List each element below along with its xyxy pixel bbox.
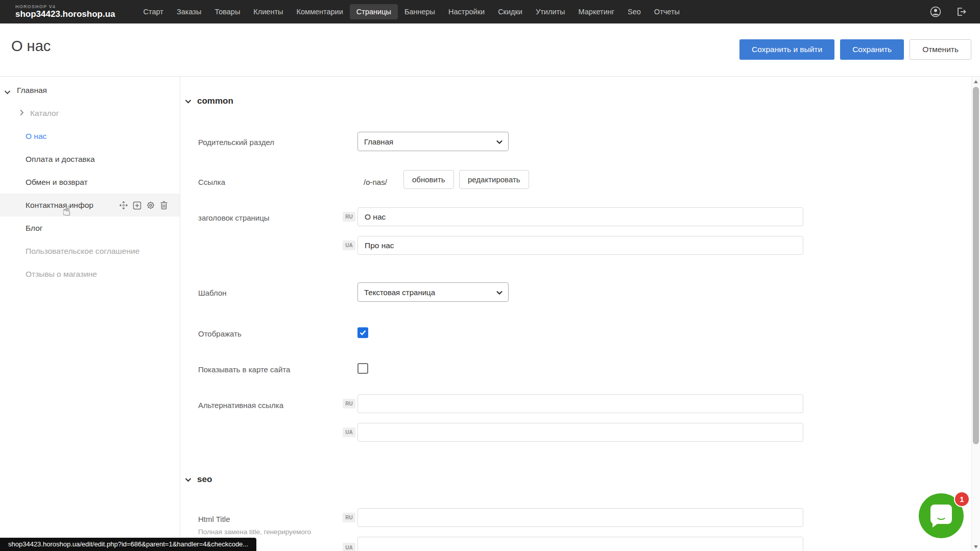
lang-badge-ua: UA [343, 241, 355, 250]
chat-icon [930, 505, 952, 524]
sidebar-item-otzyvy[interactable]: Отзывы о магазине [0, 262, 180, 285]
sidebar-item-label: Контактная инфор [26, 201, 93, 210]
nav-item-pages[interactable]: Страницы [350, 4, 398, 19]
nav-item-seo[interactable]: Seo [621, 4, 648, 19]
parent-section-select[interactable]: Главная [357, 132, 509, 151]
chevron-right-icon[interactable] [19, 109, 24, 118]
sidebar-row-actions [119, 201, 168, 210]
chevron-down-icon [185, 477, 192, 482]
check-icon [360, 330, 366, 336]
lang-badge-ru: RU [343, 513, 355, 522]
parent-section-label: Родительский раздел [198, 138, 274, 147]
sidebar-item-label: Каталог [30, 109, 59, 118]
page-header: О нас Сохранить и выйти Сохранить Отмени… [0, 23, 980, 77]
chevron-down-icon [185, 99, 192, 104]
section-heading: common [197, 96, 233, 106]
settings-icon[interactable] [146, 201, 155, 210]
brand-logo[interactable]: HOROSHOP V4 shop34423.horoshop.ua [15, 5, 115, 19]
html-title-hint: Полная замена title, генерируемого [198, 528, 311, 536]
html-title-ru-input[interactable] [357, 508, 803, 527]
admin-screen: HOROSHOP V4 shop34423.horoshop.ua Старт … [0, 0, 980, 551]
move-icon[interactable] [119, 201, 128, 210]
sitemap-checkbox[interactable] [357, 363, 368, 374]
chat-unread-badge: 1 [954, 491, 970, 507]
scrollbar-thumb[interactable] [973, 87, 979, 444]
nav-item-comments[interactable]: Комментарии [290, 4, 349, 19]
lang-badge-ua: UA [343, 543, 355, 551]
top-nav: HOROSHOP V4 shop34423.horoshop.ua Старт … [0, 0, 980, 23]
logout-icon[interactable] [955, 6, 967, 17]
header-actions: Сохранить и выйти Сохранить Отменить [739, 39, 971, 60]
display-checkbox[interactable] [357, 327, 368, 338]
sidebar-item-soglashenie[interactable]: Пользовательское соглашение [0, 239, 180, 262]
nav-item-orders[interactable]: Заказы [170, 4, 208, 19]
lang-badge-ru: RU [343, 212, 355, 222]
parent-section-value: Главная [364, 137, 393, 146]
chevron-down-icon [496, 140, 503, 144]
section-seo[interactable]: seo [185, 474, 212, 485]
link-edit-button[interactable]: редактировать [459, 170, 529, 189]
sidebar-item-label: Обмен и возврат [26, 178, 88, 187]
chevron-down-icon [496, 291, 503, 295]
sidebar-item-obmen[interactable]: Обмен и возврат [0, 171, 180, 194]
nav-item-settings[interactable]: Настройки [442, 4, 491, 19]
display-label: Отображать [198, 329, 242, 338]
save-and-exit-button[interactable]: Сохранить и выйти [739, 39, 834, 60]
link-label: Ссылка [198, 178, 225, 186]
pages-tree-sidebar: Главная Каталог О нас Оплата и доставка … [0, 77, 180, 551]
sidebar-item-kontaktnaya[interactable]: Контактная инфор ☝ [0, 194, 180, 217]
section-common[interactable]: common [185, 96, 233, 106]
chevron-down-icon[interactable] [4, 87, 11, 97]
alt-link-ru-input[interactable] [357, 394, 803, 413]
scroll-up-arrow-icon[interactable] [974, 80, 978, 83]
nav-item-products[interactable]: Товары [208, 4, 247, 19]
cancel-button[interactable]: Отменить [910, 39, 971, 60]
sidebar-item-katalog[interactable]: Каталог [0, 102, 180, 125]
delete-icon[interactable] [160, 201, 168, 210]
link-refresh-button[interactable]: обновить [403, 170, 454, 189]
save-button[interactable]: Сохранить [840, 39, 904, 60]
sidebar-item-label: О нас [26, 132, 46, 141]
add-icon[interactable] [133, 201, 141, 210]
sidebar-item-label: Главная [17, 86, 47, 95]
page-title: О нас [11, 38, 51, 55]
lang-badge-ru: RU [343, 399, 355, 409]
html-title-ua-input[interactable] [357, 537, 803, 551]
template-select[interactable]: Текстовая страница [357, 282, 509, 302]
vertical-scrollbar[interactable] [971, 77, 980, 551]
chat-smile-icon [936, 515, 947, 520]
sidebar-item-glavnaya[interactable]: Главная [0, 79, 180, 102]
chat-widget-button[interactable]: 1 [919, 493, 964, 538]
nav-item-utilities[interactable]: Утилиты [529, 4, 572, 19]
sitemap-label: Показывать в карте сайта [198, 365, 290, 374]
link-path: /o-nas/ [364, 178, 387, 186]
html-title-label: Html Title [198, 515, 230, 523]
user-icon[interactable] [930, 6, 941, 17]
lang-badge-ua: UA [343, 427, 355, 437]
nav-item-clients[interactable]: Клиенты [247, 4, 290, 19]
alt-link-ua-input[interactable] [357, 423, 803, 442]
sidebar-item-label: Отзывы о магазине [26, 270, 97, 279]
browser-status-bar: shop34423.horoshop.ua/edit/edit.php?id=6… [0, 538, 256, 551]
sidebar-item-blog[interactable]: Блог [0, 217, 180, 239]
sidebar-item-oplata[interactable]: Оплата и доставка [0, 148, 180, 171]
nav-right-icons [930, 6, 967, 17]
nav-item-discounts[interactable]: Скидки [491, 4, 529, 19]
template-label: Шаблон [198, 289, 227, 297]
section-heading: seo [197, 474, 212, 485]
nav-item-banners[interactable]: Баннеры [398, 4, 442, 19]
page-title-ua-input[interactable] [357, 236, 803, 255]
nav-item-marketing[interactable]: Маркетинг [572, 4, 622, 19]
sidebar-item-o-nas[interactable]: О нас [0, 125, 180, 148]
brand-domain: shop34423.horoshop.ua [15, 10, 115, 19]
page-title-ru-input[interactable] [357, 207, 803, 226]
alt-link-label: Альтернативная ссылка [198, 401, 283, 410]
sidebar-item-label: Пользовательское соглашение [26, 247, 139, 256]
nav-item-start[interactable]: Старт [137, 4, 170, 19]
sidebar-item-label: Оплата и доставка [26, 155, 95, 164]
nav-menu: Старт Заказы Товары Клиенты Комментарии … [137, 4, 686, 19]
template-value: Текстовая страница [364, 288, 435, 297]
scroll-down-arrow-icon[interactable] [974, 545, 978, 548]
sidebar-item-label: Блог [26, 224, 43, 233]
nav-item-reports[interactable]: Отчеты [648, 4, 686, 19]
